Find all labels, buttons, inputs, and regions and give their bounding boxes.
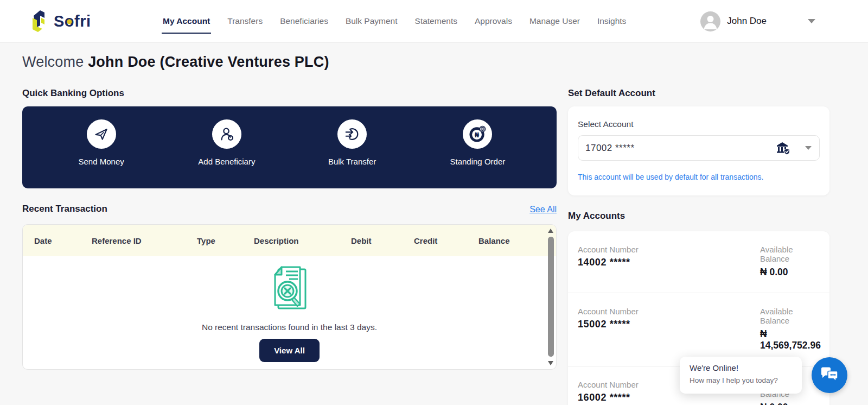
select-account-label: Select Account xyxy=(578,119,820,129)
empty-message: No recent transactions found in the last… xyxy=(202,322,377,332)
column-header-debit: Debit xyxy=(351,236,414,245)
quick-action-label: Standing Order xyxy=(450,157,506,166)
select-caret-icon[interactable] xyxy=(805,146,812,150)
standing-order-icon: ₦ xyxy=(463,119,492,149)
available-balance-label: Available Balance xyxy=(760,307,821,325)
user-avatar-icon xyxy=(700,11,720,31)
column-header-type: Type xyxy=(197,236,254,245)
svg-text:₦: ₦ xyxy=(475,131,480,139)
table-scrollbar[interactable] xyxy=(547,226,554,368)
add-beneficiary-action[interactable]: Add Beneficiary xyxy=(164,119,289,179)
set-default-account-card: Select Account 17002 ***** xyxy=(568,106,829,195)
sofri-logo[interactable]: Sofri xyxy=(28,9,163,33)
column-header-reference: Reference ID xyxy=(92,236,197,245)
available-balance-value: ₦ 14,569,752.96 xyxy=(760,328,821,351)
quick-banking-panel: Send Money Add Beneficiary xyxy=(22,106,557,188)
account-number-label: Account Number xyxy=(578,307,760,316)
my-accounts-title: My Accounts xyxy=(568,211,829,222)
chat-message: How may I help you today? xyxy=(690,376,792,384)
user-menu[interactable]: John Doe xyxy=(700,11,815,31)
bank-verified-icon xyxy=(776,141,790,155)
bulk-transfer-action[interactable]: Bulk Transfer xyxy=(290,119,415,179)
chat-status: We're Online! xyxy=(690,363,792,372)
see-all-link[interactable]: See All xyxy=(529,205,557,214)
recent-transactions-table: Date Reference ID Type Description Debit… xyxy=(22,224,557,370)
scrollbar-thumb[interactable] xyxy=(548,237,554,357)
available-balance-label: Available Balance xyxy=(760,245,820,263)
column-header-date: Date xyxy=(34,236,92,245)
account-row[interactable]: Account Number 15002 ***** Available Bal… xyxy=(568,293,829,366)
top-navbar: Sofri My Account Transfers Beneficiaries… xyxy=(0,0,868,43)
chat-launcher-button[interactable] xyxy=(812,357,847,393)
send-money-action[interactable]: Send Money xyxy=(39,119,164,179)
add-beneficiary-icon xyxy=(212,119,241,149)
dashboard-main: Welcome John Doe (Creative Ventures PLC)… xyxy=(0,43,868,405)
quick-action-label: Add Beneficiary xyxy=(198,157,255,166)
nav-approvals[interactable]: Approvals xyxy=(475,0,512,42)
account-number-label: Account Number xyxy=(578,245,760,254)
standing-order-action[interactable]: ₦ Standing Order xyxy=(415,119,540,179)
welcome-prefix: Welcome xyxy=(22,54,84,70)
scroll-up-icon[interactable] xyxy=(548,229,553,233)
table-header-row: Date Reference ID Type Description Debit… xyxy=(23,225,556,256)
recent-transactions-title: Recent Transaction xyxy=(22,204,107,214)
send-money-icon xyxy=(87,119,116,149)
view-all-button[interactable]: View All xyxy=(259,339,320,362)
nav-insights[interactable]: Insights xyxy=(597,0,626,42)
quick-action-label: Bulk Transfer xyxy=(328,157,376,166)
chat-tooltip: We're Online! How may I help you today? xyxy=(680,357,802,394)
default-account-note: This account will be used by default for… xyxy=(578,173,820,181)
no-transactions-icon xyxy=(260,263,320,317)
account-select[interactable]: 17002 ***** xyxy=(578,135,820,161)
sofri-logo-icon xyxy=(28,9,50,33)
nav-bulk-payment[interactable]: Bulk Payment xyxy=(346,0,398,42)
account-number-value: 15002 ***** xyxy=(578,319,760,330)
nav-statements[interactable]: Statements xyxy=(415,0,457,42)
empty-state: No recent transactions found in the last… xyxy=(23,256,556,362)
account-row[interactable]: Account Number 14002 ***** Available Bal… xyxy=(568,231,829,293)
user-name: John Doe xyxy=(727,16,767,27)
column-header-balance: Balance xyxy=(478,236,556,245)
available-balance-value: ₦ 0.00 xyxy=(760,402,820,405)
page-title: Welcome John Doe (Creative Ventures PLC) xyxy=(22,54,829,71)
quick-banking-title: Quick Banking Options xyxy=(22,88,557,99)
selected-account-value: 17002 ***** xyxy=(585,143,635,154)
user-menu-caret-icon[interactable] xyxy=(808,19,815,23)
welcome-name: John Doe (Creative Ventures PLC) xyxy=(88,54,329,70)
column-header-credit: Credit xyxy=(414,236,478,245)
scroll-down-icon[interactable] xyxy=(548,361,553,365)
nav-beneficiaries[interactable]: Beneficiaries xyxy=(280,0,328,42)
nav-my-account[interactable]: My Account xyxy=(163,0,210,42)
default-account-title: Set Default Account xyxy=(568,88,829,99)
account-number-value: 14002 ***** xyxy=(578,257,760,268)
nav-manage-user[interactable]: Manage User xyxy=(529,0,580,42)
column-header-description: Description xyxy=(254,236,351,245)
brand-name: Sofri xyxy=(54,12,91,30)
quick-action-label: Send Money xyxy=(79,157,124,166)
nav-transfers[interactable]: Transfers xyxy=(227,0,263,42)
main-nav: My Account Transfers Beneficiaries Bulk … xyxy=(163,0,626,42)
bulk-transfer-icon xyxy=(337,119,367,149)
account-number-value: 16002 ***** xyxy=(578,392,760,403)
chat-bubbles-icon xyxy=(820,367,839,383)
available-balance-value: ₦ 0.00 xyxy=(760,267,820,278)
